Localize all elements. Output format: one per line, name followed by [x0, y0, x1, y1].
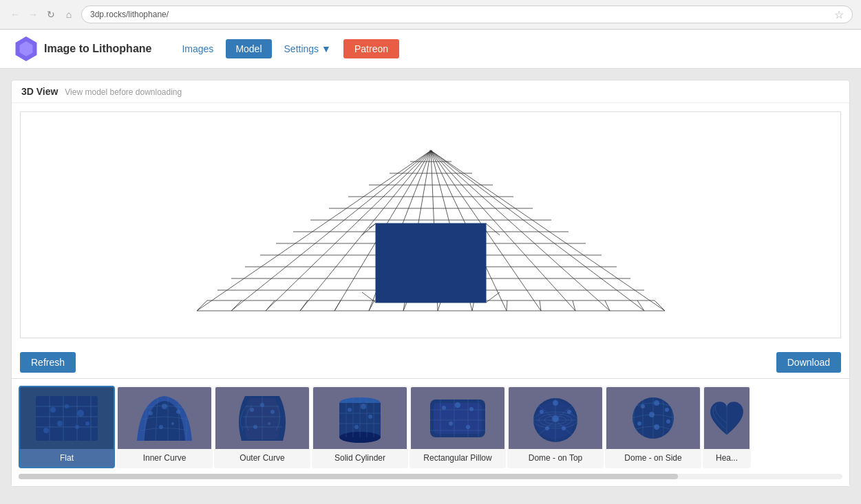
svg-point-95 — [361, 404, 366, 409]
svg-point-126 — [562, 426, 566, 430]
shape-dome-top[interactable]: Dome - on Top — [507, 386, 604, 468]
shape-outer-label: Outer Curve — [237, 449, 287, 467]
dropdown-icon: ▼ — [321, 43, 331, 54]
shape-flat[interactable]: Flat — [19, 386, 115, 468]
svg-point-138 — [666, 419, 670, 424]
back-button[interactable]: ← — [8, 8, 22, 21]
svg-line-33 — [300, 300, 308, 311]
svg-point-61 — [77, 410, 84, 417]
shape-inner-label: Inner Curve — [140, 449, 189, 467]
brand-name: Image to Lithophane — [44, 43, 151, 55]
svg-line-49 — [362, 292, 376, 303]
shape-outer-thumb — [214, 387, 310, 449]
shape-selector: Flat — [12, 378, 849, 486]
shape-cylinder-thumb — [312, 387, 408, 449]
svg-point-63 — [75, 425, 79, 429]
section-title: 3D View — [21, 86, 58, 97]
shape-rectangular-pillow[interactable]: Rectangular Pillow — [410, 386, 506, 468]
svg-point-125 — [545, 426, 549, 430]
svg-line-32 — [266, 300, 275, 311]
shape-dome-side[interactable]: Dome - on Side — [605, 386, 701, 468]
svg-point-74 — [159, 425, 163, 429]
nav-settings[interactable]: Settings ▼ — [275, 39, 341, 58]
svg-line-39 — [507, 300, 507, 311]
3d-mesh-svg — [162, 122, 699, 328]
svg-point-83 — [268, 422, 270, 425]
shape-pillow-thumb — [410, 387, 506, 449]
svg-line-44 — [655, 300, 665, 311]
svg-point-62 — [57, 421, 63, 426]
svg-point-134 — [654, 400, 659, 406]
shape-dome-side-thumb — [605, 387, 701, 449]
brand[interactable]: Image to Lithophane — [14, 36, 151, 61]
bookmark-icon[interactable]: ☆ — [834, 8, 844, 21]
svg-line-47 — [369, 223, 376, 228]
svg-rect-51 — [36, 396, 98, 441]
scrollbar-thumb[interactable] — [19, 474, 678, 479]
svg-point-64 — [43, 428, 49, 433]
shape-pillow-label: Rectangular Pillow — [421, 449, 494, 467]
brand-logo — [14, 36, 39, 61]
svg-point-136 — [637, 421, 641, 426]
shape-solid-cylinder[interactable]: Solid Cylinder — [312, 386, 408, 468]
download-button[interactable]: Download — [776, 352, 841, 373]
navbar: Image to Lithophane Images Model Setting… — [0, 30, 861, 69]
nav-buttons: ← → ↻ ⌂ — [8, 8, 76, 21]
svg-point-72 — [162, 404, 167, 409]
svg-point-94 — [348, 408, 352, 412]
svg-point-60 — [65, 404, 69, 408]
3d-viewport[interactable] — [20, 111, 841, 338]
shape-outer-curve[interactable]: Outer Curve — [214, 386, 310, 468]
reload-button[interactable]: ↻ — [44, 8, 58, 21]
page-wrapper: Image to Lithophane Images Model Setting… — [0, 30, 861, 504]
nav-patreon[interactable]: Patreon — [343, 39, 399, 58]
shape-inner-curve[interactable]: Inner Curve — [116, 386, 213, 468]
shape-dome-top-thumb — [507, 387, 604, 449]
forward-button[interactable]: → — [26, 8, 40, 21]
svg-line-34 — [334, 300, 341, 311]
svg-point-59 — [50, 407, 56, 413]
svg-line-43 — [637, 300, 644, 311]
svg-point-96 — [368, 415, 372, 419]
shape-heart-thumb — [703, 387, 751, 449]
refresh-button[interactable]: Refresh — [20, 352, 76, 373]
shape-heart-label: Hea... — [713, 449, 741, 467]
svg-point-121 — [553, 400, 558, 406]
nav-model[interactable]: Model — [226, 39, 271, 58]
svg-rect-45 — [376, 223, 486, 303]
brand-logo-inner — [19, 41, 34, 56]
scrollbar-track[interactable] — [19, 474, 842, 479]
nav-images[interactable]: Images — [172, 39, 223, 58]
svg-point-122 — [540, 410, 544, 414]
url-text: 3dp.rocks/lithophane/ — [90, 10, 169, 19]
browser-chrome: ← → ↻ ⌂ 3dp.rocks/lithophane/ ☆ — [0, 0, 861, 30]
home-button[interactable]: ⌂ — [62, 8, 76, 21]
section-header: 3D View View model before downloading — [12, 80, 849, 103]
svg-point-65 — [85, 421, 89, 426]
svg-point-79 — [250, 408, 254, 412]
address-bar[interactable]: 3dp.rocks/lithophane/ ☆ — [81, 6, 853, 23]
svg-point-75 — [171, 422, 174, 425]
svg-point-110 — [449, 421, 453, 426]
svg-point-123 — [567, 410, 571, 414]
svg-point-139 — [649, 412, 655, 417]
nav-links: Images Model Settings ▼ Patreon — [172, 39, 399, 58]
shape-flat-label: Flat — [20, 449, 114, 467]
svg-line-42 — [605, 300, 610, 311]
svg-point-71 — [149, 411, 153, 415]
svg-line-50 — [486, 292, 500, 303]
shape-dome-side-label: Dome - on Side — [621, 449, 684, 467]
svg-line-35 — [369, 300, 374, 311]
shape-heart[interactable]: Hea... — [703, 386, 751, 468]
shape-dome-top-label: Dome - on Top — [526, 449, 586, 467]
svg-point-133 — [641, 404, 645, 408]
svg-point-73 — [176, 410, 180, 414]
settings-label: Settings — [284, 43, 319, 54]
svg-point-124 — [552, 415, 559, 422]
svg-point-111 — [466, 425, 470, 429]
svg-point-82 — [253, 425, 257, 429]
shape-flat-thumb — [19, 387, 115, 449]
svg-point-107 — [442, 406, 446, 410]
svg-point-109 — [469, 407, 474, 411]
svg-line-30 — [197, 300, 207, 311]
